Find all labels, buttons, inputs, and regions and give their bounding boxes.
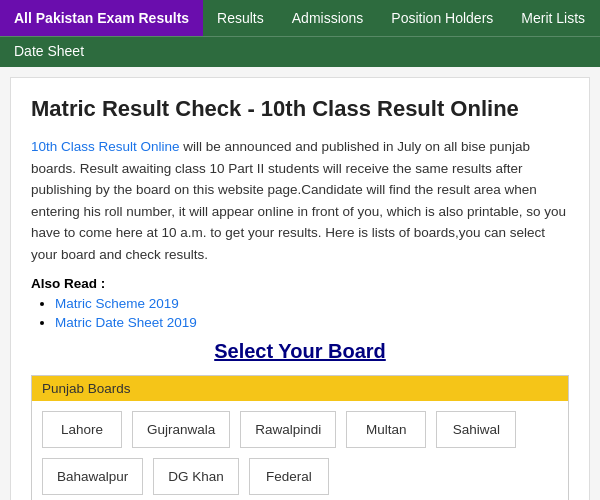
nav-results[interactable]: Results <box>203 0 278 36</box>
description: 10th Class Result Online will be announc… <box>31 136 569 266</box>
also-read-link-2[interactable]: Matric Date Sheet 2019 <box>55 315 197 330</box>
second-nav: Date Sheet <box>0 36 600 67</box>
board-btn-bahawalpur[interactable]: Bahawalpur <box>42 458 143 495</box>
punjab-board-section: Punjab Boards LahoreGujranwalaRawalpindi… <box>31 375 569 500</box>
board-btn-sahiwal[interactable]: Sahiwal <box>436 411 516 448</box>
also-read-link-1[interactable]: Matric Scheme 2019 <box>55 296 179 311</box>
nav-admissions[interactable]: Admissions <box>278 0 378 36</box>
page-title: Matric Result Check - 10th Class Result … <box>31 96 569 122</box>
board-btn-dg-khan[interactable]: DG Khan <box>153 458 239 495</box>
punjab-board-header: Punjab Boards <box>32 376 568 401</box>
main-content: Matric Result Check - 10th Class Result … <box>10 77 590 500</box>
board-btn-gujranwala[interactable]: Gujranwala <box>132 411 230 448</box>
also-read-item-2: Matric Date Sheet 2019 <box>55 314 569 330</box>
board-btn-rawalpindi[interactable]: Rawalpindi <box>240 411 336 448</box>
also-read-item-1: Matric Scheme 2019 <box>55 295 569 311</box>
also-read-label: Also Read : <box>31 276 569 291</box>
board-btn-lahore[interactable]: Lahore <box>42 411 122 448</box>
punjab-board-grid: LahoreGujranwalaRawalpindiMultanSahiwalB… <box>32 401 568 500</box>
also-read-list: Matric Scheme 2019 Matric Date Sheet 201… <box>55 295 569 330</box>
nav-brand[interactable]: All Pakistan Exam Results <box>0 0 203 36</box>
top-nav: All Pakistan Exam Results Results Admiss… <box>0 0 600 36</box>
nav-merit-lists[interactable]: Merit Lists <box>507 0 599 36</box>
intro-link[interactable]: 10th Class Result Online <box>31 139 180 154</box>
description-text: will be announced and published in July … <box>31 139 566 262</box>
board-btn-multan[interactable]: Multan <box>346 411 426 448</box>
also-read-section: Also Read : Matric Scheme 2019 Matric Da… <box>31 276 569 330</box>
nav-position-holders[interactable]: Position Holders <box>377 0 507 36</box>
nav-date-sheet[interactable]: Date Sheet <box>14 43 84 59</box>
select-board-heading: Select Your Board <box>31 340 569 363</box>
board-btn-federal[interactable]: Federal <box>249 458 329 495</box>
